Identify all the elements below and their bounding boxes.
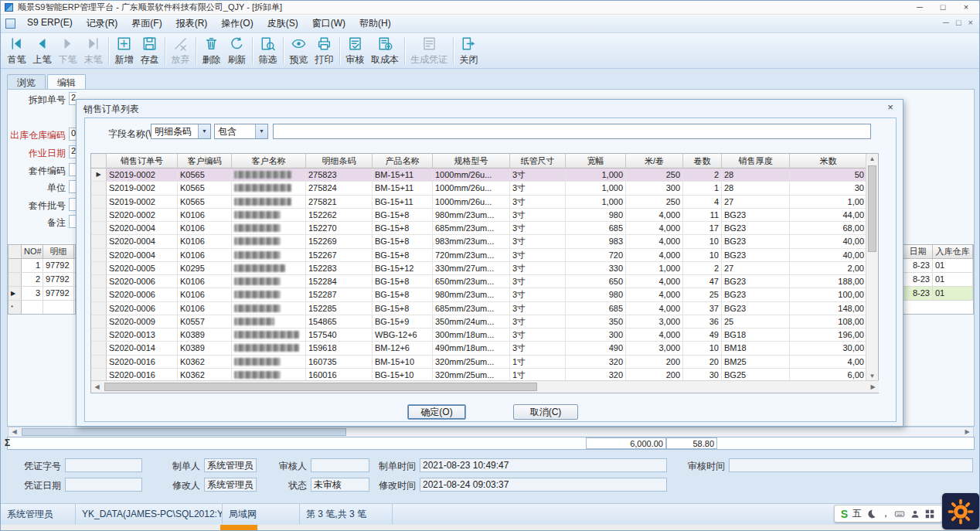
- erp-logo-badge[interactable]: [942, 493, 979, 529]
- grid-column-header[interactable]: 规格型号: [433, 154, 510, 168]
- sales-order-row[interactable]: S2020-0005K0295152283BG-15+12330mm/27um.…: [91, 262, 866, 275]
- scroll-thumb[interactable]: [868, 165, 876, 252]
- menu-item[interactable]: 帮助(H): [352, 15, 398, 32]
- grid-column-header[interactable]: 客户编码: [178, 154, 232, 168]
- sales-order-row[interactable]: S2020-0006K0106152287BG-15+8980mm/23um..…: [91, 288, 866, 301]
- grid-vertical-scrollbar[interactable]: ▲ ▼: [866, 154, 878, 381]
- sales-order-row[interactable]: S2020-0013K0389157540WBG-12+6300mm/18um.…: [91, 328, 866, 342]
- menu-item[interactable]: 报表(R): [169, 15, 215, 32]
- operator-select[interactable]: 包含 ▼: [214, 124, 268, 139]
- child-restore-icon[interactable]: □: [956, 18, 961, 27]
- sales-order-row[interactable]: S2020-0009K0557154865BG-15+9350mm/24um..…: [91, 315, 866, 328]
- toolbar-button-print[interactable]: 打印: [311, 34, 337, 68]
- toolbar-button-last[interactable]: 末笔: [80, 34, 106, 68]
- record-row[interactable]: 8-2301: [903, 273, 973, 287]
- grid-column-header[interactable]: 米数: [790, 154, 866, 168]
- scroll-up-icon[interactable]: ▲: [866, 155, 878, 162]
- menu-item[interactable]: S9 ERP(E): [20, 15, 80, 32]
- grid-column-header[interactable]: 米/卷: [626, 154, 683, 168]
- grid-column-header[interactable]: 宽幅: [566, 154, 626, 168]
- punctuation-icon[interactable]: ，: [881, 507, 890, 520]
- sales-order-row[interactable]: S2020-0004K0106152267BG-15+8720mm/23um..…: [91, 249, 866, 262]
- toolbar-button-first[interactable]: 首笔: [4, 34, 29, 68]
- menu-item[interactable]: 窗口(W): [305, 15, 352, 32]
- footer-field[interactable]: [65, 458, 142, 472]
- toolbar-button-audit[interactable]: 审核: [342, 34, 368, 68]
- sales-order-row[interactable]: S2020-0006K0106152285BG-15+8685mm/23um..…: [91, 302, 866, 315]
- toolbar-button-save[interactable]: 存盘: [137, 34, 162, 68]
- scroll-right-icon[interactable]: ▶: [867, 383, 879, 390]
- toolbar-button-exit[interactable]: 关闭: [456, 34, 481, 68]
- sales-order-row[interactable]: S2020-0016K0362160016BG-15+10320mm/25um.…: [91, 369, 866, 381]
- record-row[interactable]: *: [9, 301, 75, 315]
- footer-field[interactable]: [311, 458, 369, 472]
- record-row[interactable]: ▶397792: [9, 287, 75, 301]
- person-icon[interactable]: [910, 509, 920, 519]
- toolbar-button-filter[interactable]: 筛选: [255, 34, 281, 68]
- grid-column-header[interactable]: 客户名称: [232, 154, 306, 168]
- sales-order-row[interactable]: S2020-0006K0106152284BG-15+8650mm/23um..…: [91, 275, 866, 288]
- footer-field[interactable]: 系统管理员: [204, 458, 257, 472]
- sales-order-row[interactable]: S2020-0016K0362160735BM-15+10320mm/25um.…: [91, 356, 866, 369]
- menu-item[interactable]: 皮肤(S): [260, 15, 305, 32]
- minimize-icon[interactable]: ─: [908, 1, 931, 15]
- grid-column-header[interactable]: 卷数: [683, 154, 722, 168]
- sales-order-row[interactable]: S2020-0002K0106152262BG-15+8980mm/23um..…: [91, 209, 866, 222]
- footer-field[interactable]: 2021-08-23 10:49:47: [420, 458, 667, 472]
- search-input[interactable]: [273, 124, 871, 139]
- footer-field[interactable]: 系统管理员: [204, 478, 257, 492]
- menu-item[interactable]: 操作(O): [214, 15, 260, 32]
- menu-item[interactable]: 记录(R): [80, 15, 125, 32]
- scroll-thumb[interactable]: [104, 383, 537, 391]
- cancel-button[interactable]: 取消(C): [513, 404, 578, 420]
- scroll-left-icon[interactable]: ◀: [9, 427, 20, 437]
- column-header[interactable]: 日期: [903, 245, 933, 258]
- field-name-select[interactable]: 明细条码 ▼: [151, 124, 211, 139]
- record-row[interactable]: 8-2301: [903, 259, 973, 273]
- footer-field[interactable]: 2021-08-24 09:03:37: [420, 478, 667, 492]
- keyboard-icon[interactable]: [894, 509, 905, 519]
- sales-order-row[interactable]: ▶S2019-0002K0565275823BM-15+111000mm/26u…: [91, 168, 866, 182]
- toolbar-button-del[interactable]: 删除: [199, 34, 224, 68]
- close-icon[interactable]: ×: [954, 1, 978, 15]
- toolbar-button-add[interactable]: 新增: [111, 34, 137, 68]
- tab-browse[interactable]: 浏览: [7, 74, 46, 89]
- sales-order-row[interactable]: S2019-0002K0565275821BG-15+111000mm/26u.…: [91, 196, 866, 209]
- toolbar-button-next[interactable]: 下笔: [55, 34, 80, 68]
- maximize-icon[interactable]: □: [931, 1, 954, 15]
- sales-order-row[interactable]: S2019-0002K0565275824BM-15+111000mm/26u.…: [91, 182, 866, 195]
- grid-column-header[interactable]: 销售厚度: [722, 154, 790, 168]
- child-minimize-icon[interactable]: ─: [943, 18, 949, 27]
- chevron-down-icon[interactable]: ▼: [255, 124, 267, 138]
- grid-column-header[interactable]: 纸管尺寸: [510, 154, 566, 168]
- scroll-right-icon[interactable]: ▶: [961, 427, 973, 437]
- footer-field[interactable]: [65, 478, 142, 492]
- toolbar-button-refresh[interactable]: 刷新: [224, 34, 250, 68]
- column-header[interactable]: 入库仓库: [933, 245, 973, 258]
- taskbar-item[interactable]: [220, 525, 257, 531]
- toolbar-button-prev[interactable]: 上笔: [29, 34, 55, 68]
- scroll-down-icon[interactable]: ▼: [866, 373, 878, 380]
- toolbar-button-voucher[interactable]: 生成凭证: [407, 34, 451, 68]
- grid-column-header[interactable]: 产品名称: [373, 154, 433, 168]
- chevron-down-icon[interactable]: ▼: [198, 124, 210, 138]
- ok-button[interactable]: 确定(O): [407, 404, 466, 420]
- grid-icon[interactable]: [924, 509, 935, 519]
- toolbar-button-preview[interactable]: 预览: [286, 34, 311, 68]
- ime-mode-icon[interactable]: 五: [852, 507, 862, 520]
- footer-field[interactable]: [729, 458, 973, 472]
- scroll-thumb[interactable]: [22, 428, 346, 436]
- main-horizontal-scrollbar[interactable]: ◀ ▶: [8, 427, 974, 437]
- footer-field[interactable]: 未审核: [311, 478, 369, 492]
- child-close-icon[interactable]: ×: [968, 18, 973, 27]
- sales-order-row[interactable]: S2020-0004K0106152269BG-15+8983mm/23um..…: [91, 235, 866, 248]
- record-row[interactable]: 8-2301: [903, 287, 973, 301]
- dialog-close-icon[interactable]: ×: [885, 101, 896, 113]
- toolbar-button-discard[interactable]: 放弃: [168, 34, 193, 68]
- toolbar-button-cost[interactable]: 取成本: [368, 34, 402, 68]
- grid-column-header[interactable]: 销售订单号: [107, 154, 178, 168]
- sales-order-row[interactable]: S2020-0004K0106152270BG-15+8685mm/23um..…: [91, 222, 866, 235]
- column-header[interactable]: NO#: [22, 245, 43, 258]
- scroll-left-icon[interactable]: ◀: [91, 383, 103, 390]
- grid-column-header[interactable]: 明细条码: [306, 154, 373, 168]
